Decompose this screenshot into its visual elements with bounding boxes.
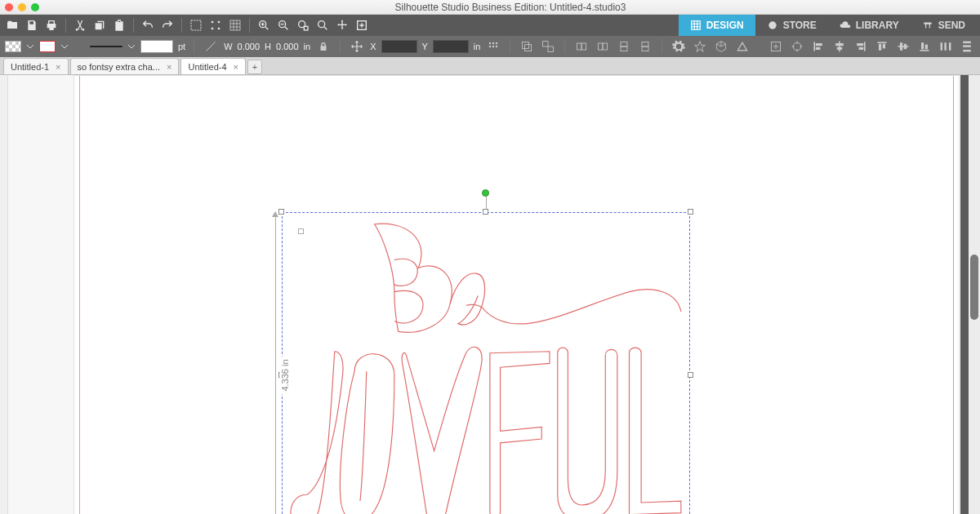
save-icon[interactable] xyxy=(23,16,41,34)
doctab-label: Untitled-1 xyxy=(11,62,49,72)
separator xyxy=(133,18,134,33)
separator xyxy=(510,39,510,54)
separator xyxy=(249,18,250,33)
svg-point-2 xyxy=(218,21,220,24)
redo-icon[interactable] xyxy=(158,16,176,34)
tab-send-label: SEND xyxy=(938,20,965,31)
cut-icon[interactable] xyxy=(71,16,89,34)
copy-icon[interactable] xyxy=(91,16,109,34)
distribute-h-icon[interactable] xyxy=(938,38,954,55)
align-top-icon[interactable] xyxy=(874,38,890,55)
zoom-out-icon[interactable] xyxy=(274,16,292,34)
zoom-fit-icon[interactable] xyxy=(314,16,332,34)
tab-library[interactable]: LIBRARY xyxy=(828,15,911,36)
svg-rect-48 xyxy=(904,44,906,49)
svg-point-15 xyxy=(492,42,494,44)
distribute-v-icon[interactable] xyxy=(959,38,975,55)
align-left-icon[interactable] xyxy=(810,38,826,55)
svg-rect-49 xyxy=(920,50,929,51)
svg-point-3 xyxy=(212,28,214,30)
line-style-dropdown-icon[interactable] xyxy=(127,42,136,51)
separator xyxy=(564,39,565,54)
resize-handle-e[interactable] xyxy=(688,372,693,378)
svg-rect-38 xyxy=(835,43,844,46)
tab-design[interactable]: DESIGN xyxy=(679,15,755,36)
grid-icon[interactable] xyxy=(226,16,244,34)
align-panel-icon[interactable] xyxy=(485,38,501,55)
duplicate-left-icon[interactable] xyxy=(573,38,590,55)
align-middle-v-icon[interactable] xyxy=(895,38,911,55)
tab-send[interactable]: SEND xyxy=(911,15,977,36)
line-swatch[interactable] xyxy=(39,41,56,52)
svg-point-19 xyxy=(496,46,497,47)
duplicate-up-icon[interactable] xyxy=(616,38,632,55)
close-tab-icon[interactable]: × xyxy=(167,62,172,72)
line-style-sample[interactable] xyxy=(90,46,122,47)
select-icon[interactable] xyxy=(187,16,205,34)
duplicate-right-icon[interactable] xyxy=(595,38,611,55)
lock-aspect-icon[interactable] xyxy=(315,38,332,55)
close-tab-icon[interactable]: × xyxy=(56,62,60,72)
zoom-in-icon[interactable] xyxy=(255,16,273,34)
undo-icon[interactable] xyxy=(139,16,157,34)
paste-icon[interactable] xyxy=(110,16,128,34)
resize-handle-ne[interactable] xyxy=(688,209,693,215)
gear-icon[interactable] xyxy=(670,38,687,55)
line-tool-icon[interactable] xyxy=(203,38,219,55)
align-bottom-icon[interactable] xyxy=(916,38,933,55)
fill-dropdown-icon[interactable] xyxy=(26,42,34,51)
maximize-window-icon[interactable] xyxy=(31,3,39,11)
duplicate-down-icon[interactable] xyxy=(637,38,653,55)
separator xyxy=(181,18,182,33)
new-tab-button[interactable]: + xyxy=(247,60,262,74)
left-tool-strip[interactable] xyxy=(0,75,8,514)
star-icon[interactable] xyxy=(692,38,708,55)
align-right-icon[interactable] xyxy=(853,38,869,55)
resize-handle-n[interactable] xyxy=(483,209,488,215)
design-art[interactable] xyxy=(286,216,686,514)
document-tabs: Untitled-1 × so fontsy extra cha... × Un… xyxy=(0,57,980,75)
close-tab-icon[interactable]: × xyxy=(234,62,238,72)
line-dropdown-icon[interactable] xyxy=(60,42,69,51)
svg-rect-54 xyxy=(949,42,951,51)
move-icon[interactable] xyxy=(349,38,365,55)
zoom-selection-icon[interactable] xyxy=(294,16,312,34)
vertical-scrollbar[interactable] xyxy=(969,75,980,514)
doctab-so-fontsy[interactable]: so fontsy extra cha... × xyxy=(70,58,180,74)
center-target-icon[interactable] xyxy=(789,38,805,55)
right-panel-strip[interactable] xyxy=(960,75,969,514)
open-icon[interactable] xyxy=(3,16,21,34)
line-weight-input[interactable] xyxy=(140,40,173,53)
selection-group[interactable]: 4.336 in 5.365 in xyxy=(282,212,690,514)
doctab-untitled-1[interactable]: Untitled-1 × xyxy=(3,58,69,74)
svg-rect-43 xyxy=(877,42,886,43)
close-window-icon[interactable] xyxy=(5,3,13,11)
doctab-untitled-4[interactable]: Untitled-4 × xyxy=(180,58,246,74)
pan-icon[interactable] xyxy=(333,16,351,34)
window-controls xyxy=(5,3,39,11)
svg-point-4 xyxy=(218,28,220,30)
align-center-h-icon[interactable] xyxy=(831,38,848,55)
y-label: Y xyxy=(422,42,428,51)
fill-swatch[interactable] xyxy=(5,41,21,52)
svg-rect-22 xyxy=(543,42,548,47)
ungroup-icon[interactable] xyxy=(540,38,556,55)
group-icon[interactable] xyxy=(519,38,535,55)
center-icon[interactable] xyxy=(768,38,784,55)
tab-store[interactable]: STORE xyxy=(755,15,828,36)
svg-rect-30 xyxy=(642,42,648,47)
rotate-handle[interactable] xyxy=(482,189,489,197)
cube-icon[interactable] xyxy=(713,38,729,55)
minimize-window-icon[interactable] xyxy=(18,3,26,11)
scrollbar-thumb[interactable] xyxy=(970,255,978,320)
fit-page-icon[interactable] xyxy=(353,16,371,34)
y-input[interactable] xyxy=(433,40,469,53)
svg-rect-41 xyxy=(857,43,863,46)
x-input[interactable] xyxy=(381,40,417,53)
svg-rect-24 xyxy=(577,43,582,50)
layers-icon[interactable] xyxy=(734,38,751,55)
canvas-area[interactable]: 4.336 in 5.365 in xyxy=(8,75,980,514)
edit-points-icon[interactable] xyxy=(207,16,225,34)
print-icon[interactable] xyxy=(42,16,60,34)
svg-rect-37 xyxy=(839,42,840,52)
